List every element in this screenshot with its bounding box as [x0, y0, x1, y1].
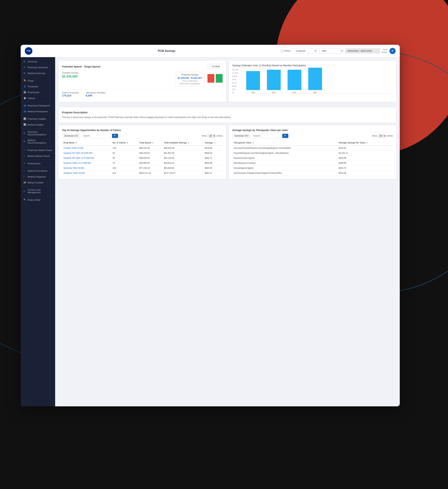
chart-area: Savings Estimates Over 12 Month(s) Based… [232, 64, 393, 98]
sidebar-label-drug-lookup: Drug Lookup [28, 198, 40, 201]
sidebar-item-drugs[interactable]: 💊 Drugs [21, 78, 55, 83]
col-total-spend[interactable]: Total Spend ⇅ [138, 140, 163, 146]
average-cell: $558.04 [203, 150, 223, 155]
drug-name-cell: Jardiance TABS 25 MG [62, 171, 111, 175]
sidebar-item-pharmacy-rec[interactable]: ℞ Pharmacy Recommendations [21, 129, 55, 137]
col-therapeutic-class[interactable]: Therapeutic Class ⇅ [232, 140, 337, 146]
doctor-icon: 👤 [24, 85, 26, 88]
search-input-1[interactable] [91, 134, 112, 138]
col-drug-name[interactable]: Drug Name ⇅ [62, 140, 111, 146]
sidebar-item-medical-participants[interactable]: 👥 Medical Participants [21, 108, 55, 114]
top-row: Potential Spend - Target Spend ← Go Back… [58, 61, 396, 105]
sidebar-label-pharmacy-summary: Pharmacy Summary [28, 66, 48, 69]
average-cell: $555.99 [203, 161, 223, 165]
savings-left: Available Savings $2,436,095 [62, 72, 172, 78]
y-axis-label-0: $10.0M [232, 69, 238, 71]
therapeutic-class-cell: Genitourinary Antispasmodics/Vaginal Pro… [232, 171, 337, 175]
bar-red [207, 74, 214, 83]
sidebar-item-medical-diagnosis[interactable]: ⚕ Medical Diagnosis [21, 174, 55, 179]
sidebar-item-pharmacy-summary[interactable]: ⊕ Pharmacy Summary [21, 64, 55, 70]
table-row: Neuromuscular Agents $433.89 [232, 155, 393, 161]
claims-cell: 93 [111, 155, 138, 161]
available-savings-cell: $51,897.58 [163, 150, 203, 155]
projected-title: Projected Savings [178, 73, 202, 76]
users-icon-2: 👥 [24, 110, 26, 113]
customer-select[interactable]: Customer [293, 48, 317, 54]
sidebar-item-pharmacy-market[interactable]: ✓ Pharmacy Market Check [21, 147, 55, 153]
sidebar-item-medical-summary[interactable]: ⊕ Medical Summary [21, 70, 55, 76]
top-savings-table-header-row: Drug Name ⇅ No. of Claims ⇅ Total Spend … [62, 140, 223, 146]
app-header: PCM PCM Savings HIPAA Customer ABC 09/01… [21, 45, 400, 57]
date-range[interactable]: 09/01/2023 - 08/31/2024 [345, 48, 380, 53]
sidebar-item-summary[interactable]: ⊞ Summary [21, 58, 55, 64]
sort-icon-savings: ⇅ [188, 142, 189, 144]
drug-link[interactable]: Trintellix TABS 20 MG [63, 147, 83, 149]
claims-cell: 168 [111, 165, 138, 171]
show-entries-2: Show 10 entries [372, 134, 393, 138]
sidebar-item-pharmacy-participants[interactable]: 👥 Pharmacy Participants [21, 103, 55, 108]
drug-link[interactable]: Synjardy XR TB24 25-1000 MG [63, 152, 92, 154]
therapeutic-class-cell: Vaccines/Toxoids/Passive Immunizing/Alle… [232, 146, 337, 151]
hipaa-checkbox[interactable] [281, 50, 283, 52]
search-label-1: Search: [82, 135, 91, 137]
sidebar-label-medical-diagnosis: Medical Diagnosis [28, 175, 46, 178]
col-available-savings[interactable]: Total Available Savings ⇅ [163, 140, 203, 146]
sort-icon-spend: ⇅ [152, 142, 153, 144]
drug-link[interactable]: Synjardy TABS 12.5-1000 MG [63, 162, 91, 164]
entries-select-1[interactable]: 10 [207, 134, 216, 138]
sidebar-item-performance[interactable]: ⊙ Performance [21, 161, 55, 166]
sidebar-item-pharmacy-insights[interactable]: 📊 Pharmacy Insights [21, 116, 55, 122]
drug-link[interactable]: Jardiance TABS 25 MG [63, 172, 85, 174]
alternatives-identified: Alternatives Identified 4,299 [86, 92, 106, 97]
sidebar-label-pharmacy-rec: Pharmacy Recommendations [28, 131, 52, 136]
sidebar-item-drug-lookup[interactable]: 🔍 Drug Lookup [21, 197, 55, 203]
savings-bars [207, 72, 223, 83]
potential-spend-card: Potential Spend - Target Spend ← Go Back… [58, 61, 226, 102]
sidebar-item-physicians[interactable]: 👤 Physicians [21, 83, 55, 89]
search-button-1[interactable]: 🔍 [112, 134, 118, 138]
drug-link[interactable]: Synjardy XR TB24 12.5-1000 MG [63, 157, 94, 159]
sidebar-item-medical-rec[interactable]: ℞ Medical Recommendations [21, 137, 55, 146]
download-csv-button-2[interactable]: Download CSV [232, 134, 251, 138]
sidebar-label-medical-procedures: Medical Procedures [28, 170, 47, 172]
col-claims[interactable]: No. of Claims ⇅ [111, 140, 138, 146]
total-spend-cell: $56,440.55 [138, 150, 163, 155]
hipaa-checkbox-group: HIPAA [281, 49, 291, 52]
download-csv-button-1[interactable]: Download CSV [62, 134, 81, 138]
avg-savings-per-claim-cell: $433.89 [337, 155, 393, 161]
claims-label: Claims Processed [62, 92, 79, 94]
projected-box: Projected Savings $1,218,048 - $1,461,65… [175, 72, 205, 87]
sidebar-divider-4 [21, 128, 55, 129]
search-input-2[interactable] [262, 134, 282, 138]
sidebar-label-billing-providers: Billing Providers [28, 181, 44, 184]
sidebar-label-medical-summary: Medical Summary [28, 72, 45, 74]
sidebar-item-billing-providers[interactable]: 💳 Billing Providers [21, 179, 55, 186]
total-spend-cell: $77,236.19 [138, 165, 163, 171]
sidebar-item-clinical[interactable]: 📋 Clinical [21, 95, 55, 101]
therapeutic-class-cell: Neuromuscular Agents [232, 155, 337, 161]
sidebar-label-performance: Performance [28, 162, 40, 165]
sidebar-item-medical-market[interactable]: ✓ Medical Market Check [21, 153, 55, 159]
sidebar-item-pharmacies[interactable]: 🏥 Pharmacies [21, 89, 55, 95]
sidebar-label-summary: Summary [28, 60, 37, 63]
entries-select-2[interactable]: 10 [378, 134, 386, 138]
group-select[interactable]: ABC [319, 48, 343, 54]
go-back-button[interactable]: ← Go Back [207, 64, 223, 69]
sidebar-item-medical-insights[interactable]: 📊 Medical Insights [21, 122, 55, 128]
drug-link[interactable]: Myrbetriq TB24 50 MG [63, 167, 84, 169]
sidebar-item-medical-procedures[interactable]: ⚕ Medical Procedures [21, 168, 55, 174]
drug-name-cell: Trintellix TABS 20 MG [62, 146, 111, 151]
user-avatar[interactable]: P [390, 48, 396, 54]
col-average[interactable]: Average ⇅ [203, 140, 223, 146]
show-entries-1: Show 10 entries [202, 134, 223, 138]
bar-50: 50% [288, 70, 301, 93]
bar-chart-small [207, 72, 223, 83]
pill-icon: 💊 [24, 79, 26, 82]
col-avg-savings[interactable]: Average Savings Per Claim ⇅ [337, 140, 393, 146]
sidebar-item-chronic-care[interactable]: ♥ Chronic Care Management [21, 187, 55, 195]
search-button-2[interactable]: 🔍 [282, 134, 288, 138]
y-axis-label-4: $1.0K [232, 82, 238, 84]
users-icon-1: 👥 [24, 104, 26, 107]
search-label-2: Search: [252, 135, 261, 137]
sort-icon-drug: ⇅ [75, 142, 77, 144]
